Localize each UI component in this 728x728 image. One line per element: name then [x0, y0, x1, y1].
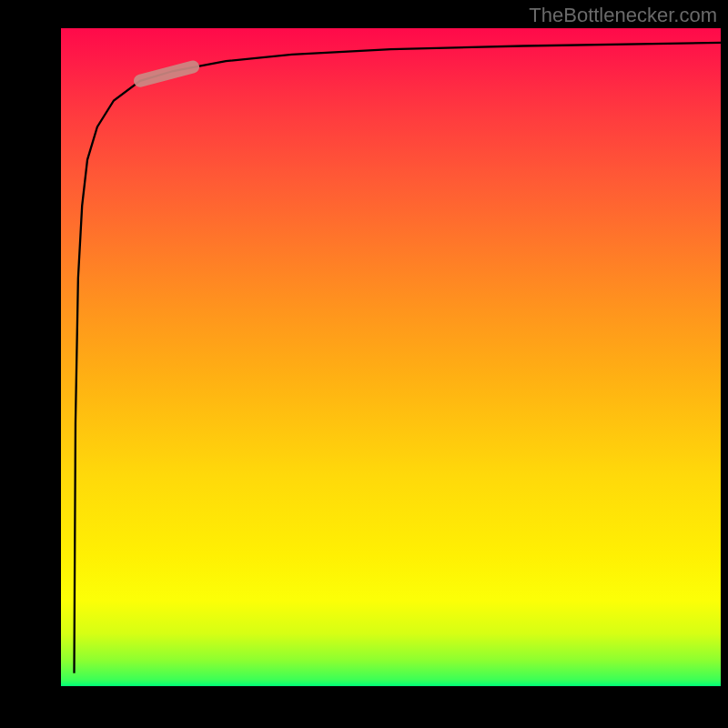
curve-layer: [61, 28, 721, 686]
chart-plot-area: [61, 28, 721, 686]
highlight-segment: [140, 67, 193, 81]
watermark-text: TheBottlenecker.com: [529, 4, 717, 27]
bottleneck-curve: [75, 43, 722, 673]
